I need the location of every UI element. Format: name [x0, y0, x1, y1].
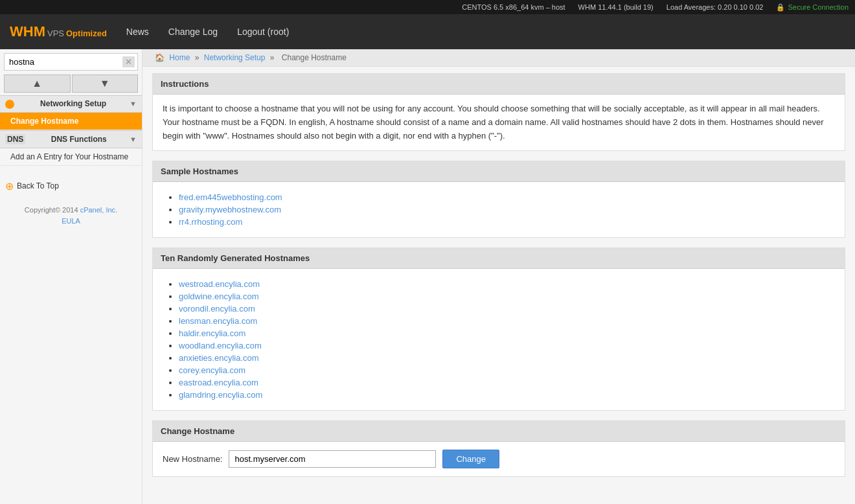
nav-logout[interactable]: Logout (root) — [237, 27, 289, 37]
random-hostnames-header: Ten Randomly Generated Hostnames — [153, 248, 845, 269]
list-item: anxieties.encylia.com — [179, 353, 835, 363]
back-to-top-label: Back To Top — [17, 181, 59, 190]
dns-functions-label: DNS Functions — [51, 135, 107, 144]
change-hostname-label: Change Hostname — [10, 117, 78, 126]
random-hostname-link[interactable]: eastroad.encylia.com — [179, 378, 258, 387]
random-hostname-link[interactable]: woodland.encylia.com — [179, 341, 262, 350]
hostname-link[interactable]: rr4.rrhosting.com — [179, 217, 242, 227]
new-hostname-input[interactable] — [229, 450, 436, 468]
breadcrumb-home-link[interactable]: Home — [169, 53, 190, 62]
back-to-top-button[interactable]: ⊕ Back To Top — [5, 178, 137, 195]
server-info: CENTOS 6.5 x86_64 kvm – host — [462, 3, 565, 11]
whm-logo-text: WHM — [10, 23, 45, 40]
sidebar-footer: ⊕ Back To Top Copyright© 2014 cPanel, In… — [0, 172, 142, 233]
sidebar-section-dns[interactable]: DNS DNS Functions ▼ — [0, 130, 142, 148]
hostname-link[interactable]: fred.em445webhosting.com — [179, 192, 282, 202]
breadcrumb-home-icon: 🏠 — [155, 53, 165, 62]
random-hostname-link[interactable]: haldir.encylia.com — [179, 328, 245, 338]
dns-icon: DNS — [5, 134, 25, 144]
sidebar-item-add-a-entry[interactable]: Add an A Entry for Your Hostname — [0, 148, 142, 166]
breadcrumb: 🏠 Home » Networking Setup » Change Hostn… — [142, 49, 855, 67]
search-input[interactable] — [7, 55, 122, 69]
sidebar-down-button[interactable]: ▼ — [72, 74, 139, 93]
list-item: rr4.rrhosting.com — [179, 217, 835, 227]
back-to-top-icon: ⊕ — [5, 180, 14, 192]
networking-setup-label: Networking Setup — [40, 99, 106, 108]
secure-connection: 🔒 Secure Connection — [776, 3, 849, 12]
list-item: corey.encylia.com — [179, 365, 835, 375]
sidebar-up-button[interactable]: ▲ — [4, 74, 71, 93]
list-item: gravity.mywebhostnew.com — [179, 205, 835, 214]
random-hostnames-section: Ten Randomly Generated Hostnames westroa… — [152, 247, 845, 411]
breadcrumb-sep2: » — [270, 53, 275, 62]
list-item: haldir.encylia.com — [179, 328, 835, 338]
change-hostname-form-section: Change Hostname New Hostname: Change — [152, 420, 845, 477]
sample-hostnames-header: Sample Hostnames — [153, 161, 845, 182]
instructions-header: Instructions — [153, 74, 845, 95]
load-averages: Load Averages: 0.20 0.10 0.02 — [667, 3, 764, 11]
vps-text: VPS — [47, 29, 64, 38]
eula-link[interactable]: EULA — [62, 217, 80, 225]
sidebar-nav-buttons: ▲ ▼ — [4, 74, 138, 93]
list-item: woodland.encylia.com — [179, 341, 835, 350]
search-box: ✕ — [4, 53, 138, 71]
sample-hostnames-section: Sample Hostnames fred.em445webhosting.co… — [152, 161, 845, 238]
nav-news[interactable]: News — [126, 27, 149, 37]
change-hostname-form-header: Change Hostname — [153, 421, 845, 442]
list-item: goldwine.encylia.com — [179, 292, 835, 301]
breadcrumb-sep1: » — [195, 53, 200, 62]
random-hostname-link[interactable]: anxieties.encylia.com — [179, 353, 259, 363]
networking-expand-arrow: ▼ — [130, 100, 137, 108]
copyright: Copyright© 2014 cPanel, Inc. EULA — [5, 205, 137, 227]
random-hostnames-body: westroad.encylia.com goldwine.encylia.co… — [153, 269, 845, 410]
random-hostname-link[interactable]: corey.encylia.com — [179, 365, 245, 375]
list-item: vorondil.encylia.com — [179, 304, 835, 314]
hostname-form: New Hostname: Change — [153, 442, 845, 476]
nav-changelog[interactable]: Change Log — [168, 27, 218, 37]
list-item: eastroad.encylia.com — [179, 378, 835, 387]
logo: WHM VPS Optimized — [10, 23, 107, 40]
list-item: fred.em445webhosting.com — [179, 192, 835, 202]
copyright-text: Copyright© 2014 — [25, 206, 78, 214]
instructions-section: Instructions It is important to choose a… — [152, 73, 845, 151]
sidebar: ✕ ▲ ▼ Networking Setup ▼ Change Hostname… — [0, 49, 142, 504]
whm-version: WHM 11.44.1 (build 19) — [578, 3, 654, 11]
random-hostname-link[interactable]: goldwine.encylia.com — [179, 292, 259, 301]
list-item: westroad.encylia.com — [179, 279, 835, 289]
add-a-entry-label: Add an A Entry for Your Hostname — [10, 152, 128, 161]
content-area: Instructions It is important to choose a… — [142, 67, 855, 493]
random-hostnames-list: westroad.encylia.com goldwine.encylia.co… — [163, 279, 835, 400]
sidebar-item-change-hostname[interactable]: Change Hostname — [0, 113, 142, 130]
sidebar-section-networking[interactable]: Networking Setup ▼ — [0, 95, 142, 113]
random-hostname-link[interactable]: lensman.encylia.com — [179, 316, 257, 326]
random-hostname-link[interactable]: vorondil.encylia.com — [179, 304, 255, 314]
instructions-text: It is important to choose a hostname tha… — [163, 102, 835, 143]
breadcrumb-networking-link[interactable]: Networking Setup — [204, 53, 266, 62]
networking-setup-icon — [5, 99, 17, 109]
sample-hostnames-body: fred.em445webhosting.com gravity.mywebho… — [153, 182, 845, 237]
list-item: glamdring.encylia.com — [179, 390, 835, 400]
layout: ✕ ▲ ▼ Networking Setup ▼ Change Hostname… — [0, 49, 855, 504]
search-clear-button[interactable]: ✕ — [122, 56, 135, 67]
random-hostname-link[interactable]: glamdring.encylia.com — [179, 390, 262, 400]
lock-icon: 🔒 — [776, 3, 785, 12]
change-button[interactable]: Change — [442, 450, 499, 468]
instructions-body: It is important to choose a hostname tha… — [153, 95, 845, 150]
random-hostname-link[interactable]: westroad.encylia.com — [179, 279, 260, 289]
main-content: 🏠 Home » Networking Setup » Change Hostn… — [142, 49, 855, 504]
sample-hostnames-list: fred.em445webhosting.com gravity.mywebho… — [163, 192, 835, 227]
status-bar: CENTOS 6.5 x86_64 kvm – host WHM 11.44.1… — [0, 0, 855, 14]
breadcrumb-current: Change Hostname — [282, 53, 347, 62]
cpanel-link[interactable]: cPanel, Inc. — [80, 206, 117, 214]
navbar: WHM VPS Optimized News Change Log Logout… — [0, 14, 855, 49]
new-hostname-label: New Hostname: — [163, 454, 222, 464]
dns-expand-arrow: ▼ — [130, 135, 137, 143]
hostname-link[interactable]: gravity.mywebhostnew.com — [179, 205, 281, 214]
list-item: lensman.encylia.com — [179, 316, 835, 326]
optimized-text: Optimized — [66, 29, 107, 38]
